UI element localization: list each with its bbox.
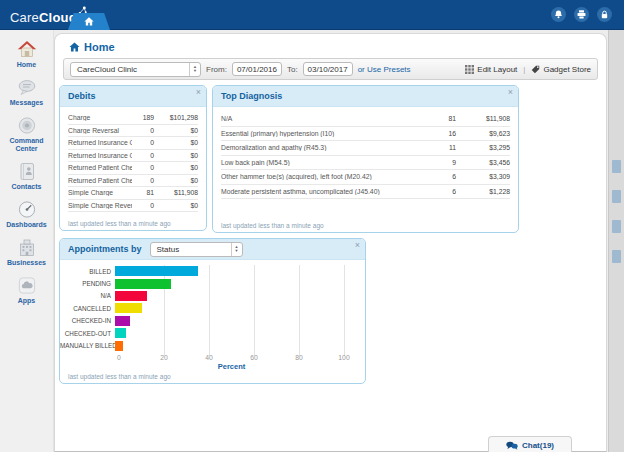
debits-last-updated: last updated less than a minute ago xyxy=(68,220,171,227)
lock-icon[interactable] xyxy=(597,7,612,22)
row-amount: $0 xyxy=(154,177,198,184)
row-label: Returned Patient Check xyxy=(68,164,132,171)
bar xyxy=(115,316,130,326)
row-amount: $11,908 xyxy=(154,189,198,196)
axis-tick: 0 xyxy=(117,354,121,361)
use-presets-link[interactable]: or Use Presets xyxy=(358,65,411,74)
row-count: 0 xyxy=(132,202,154,209)
sidebar-item-label: Apps xyxy=(18,297,36,305)
bar-label: CANCELLED xyxy=(60,305,115,312)
bar-row: BILLED xyxy=(60,265,365,277)
appointments-panel-title: Appointments by xyxy=(68,244,142,254)
row-label: Charge xyxy=(68,114,132,121)
sidebar-item-dashboards[interactable]: Dashboards xyxy=(0,200,53,229)
clinic-select-value: CareCloud Clinic xyxy=(71,65,189,74)
top-diagnosis-last-updated: last updated less than a minute ago xyxy=(221,222,324,229)
row-count: 81 xyxy=(416,115,456,122)
page-edge-artifact xyxy=(612,190,621,203)
bell-icon[interactable] xyxy=(551,7,566,22)
table-row: Returned Patient Check0$0 xyxy=(68,162,198,175)
row-amount: $0 xyxy=(154,202,198,209)
gadget-store-label: Gadget Store xyxy=(543,65,591,74)
axis-tick: 20 xyxy=(160,354,168,361)
row-label: Low back pain (M54.5) xyxy=(221,159,416,166)
table-row: Charge189$101,298 xyxy=(68,112,198,125)
businesses-icon xyxy=(17,238,37,257)
axis-tick: 40 xyxy=(205,354,213,361)
to-label: To: xyxy=(287,65,298,74)
row-amount: $0 xyxy=(154,139,198,146)
row-label: Moderate persistent asthma, uncomplicate… xyxy=(221,188,416,195)
bar-track xyxy=(115,291,340,301)
chart-ticks: 020406080100 xyxy=(119,352,344,362)
sidebar-item-label: Command Center xyxy=(4,137,50,153)
close-icon[interactable]: × xyxy=(196,88,201,97)
dashboards-icon xyxy=(17,200,37,219)
bar-track xyxy=(115,316,340,326)
sidebar: Home Messages Command Center Contacts Da… xyxy=(0,30,54,452)
row-amount: $101,298 xyxy=(154,114,198,121)
table-row: Simple Charge81$11,908 xyxy=(68,187,198,200)
row-label: Essential (primary) hypertension (I10) xyxy=(221,130,416,137)
bar-row: N/A xyxy=(60,290,365,302)
clinic-select[interactable]: CareCloud Clinic ▲▼ xyxy=(70,62,201,77)
sidebar-item-label: Contacts xyxy=(12,183,42,191)
row-count: 6 xyxy=(416,188,456,195)
sidebar-item-contacts[interactable]: Contacts xyxy=(0,162,53,191)
command-center-icon xyxy=(17,116,37,135)
bar-track xyxy=(115,341,340,351)
stepper-icon: ▲▼ xyxy=(231,243,242,256)
tag-icon xyxy=(531,65,540,74)
row-count: 6 xyxy=(416,173,456,180)
row-amount: $3,456 xyxy=(456,159,510,166)
row-count: 0 xyxy=(132,164,154,171)
bar-label: CHECKED-OUT xyxy=(60,330,115,337)
contacts-icon xyxy=(17,162,37,181)
bar-chart: BILLEDPENDINGN/ACANCELLEDCHECKED-INCHECK… xyxy=(60,265,365,371)
sidebar-item-businesses[interactable]: Businesses xyxy=(0,238,53,267)
row-amount: $0 xyxy=(154,127,198,134)
top-diagnosis-panel-header: Top Diagnosis xyxy=(213,86,518,107)
row-count: 0 xyxy=(132,152,154,159)
bar xyxy=(115,291,147,301)
app-window: CareCloud Home Messages Command Center C… xyxy=(0,0,624,452)
bar-label: PENDING xyxy=(60,280,115,287)
table-row: Returned Insurance Check Reversal0$0 xyxy=(68,150,198,163)
bar-row: CANCELLED xyxy=(60,302,365,314)
table-row: Returned Insurance Check0$0 xyxy=(68,137,198,150)
chat-tab[interactable]: Chat(19) xyxy=(488,436,572,452)
sidebar-item-label: Home xyxy=(17,61,36,69)
debits-panel: Debits × Charge189$101,298Charge Reversa… xyxy=(59,85,207,231)
appointments-panel-header: Appointments by Status ▲▼ xyxy=(60,239,365,260)
grid-icon xyxy=(465,65,474,74)
bar-row: CHECKED-IN xyxy=(60,315,365,327)
appointments-group-select[interactable]: Status ▲▼ xyxy=(150,242,243,257)
bar-row: PENDING xyxy=(60,277,365,289)
row-amount: $3,295 xyxy=(456,144,510,151)
separator: | xyxy=(523,65,525,74)
bar xyxy=(115,328,126,338)
print-icon[interactable] xyxy=(574,7,589,22)
to-date-input[interactable]: 03/10/2017 xyxy=(303,62,353,76)
top-diagnosis-panel: Top Diagnosis × N/A81$11,908Essential (p… xyxy=(212,85,519,233)
table-row: Low back pain (M54.5)9$3,456 xyxy=(221,156,510,171)
row-label: Returned Insurance Check Reversal xyxy=(68,152,132,159)
sidebar-item-command-center[interactable]: Command Center xyxy=(0,116,53,153)
page-edge-artifact xyxy=(612,160,621,173)
close-icon[interactable]: × xyxy=(355,241,360,250)
from-date-input[interactable]: 07/01/2016 xyxy=(232,62,282,76)
logo-text-care: Care xyxy=(10,10,39,25)
tab-home[interactable] xyxy=(68,13,110,30)
debits-panel-title: Debits xyxy=(68,91,96,101)
sidebar-item-messages[interactable]: Messages xyxy=(0,78,53,107)
sidebar-item-label: Messages xyxy=(10,99,43,107)
axis-label: Percent xyxy=(119,362,344,371)
edit-layout-button[interactable]: Edit Layout xyxy=(465,65,517,74)
sidebar-item-home[interactable]: Home xyxy=(0,40,53,69)
close-icon[interactable]: × xyxy=(508,88,513,97)
apps-icon xyxy=(17,276,37,295)
page-edge-artifact xyxy=(612,220,621,233)
gadget-store-button[interactable]: Gadget Store xyxy=(531,65,591,74)
chat-icon xyxy=(506,441,518,450)
sidebar-item-apps[interactable]: Apps xyxy=(0,276,53,305)
